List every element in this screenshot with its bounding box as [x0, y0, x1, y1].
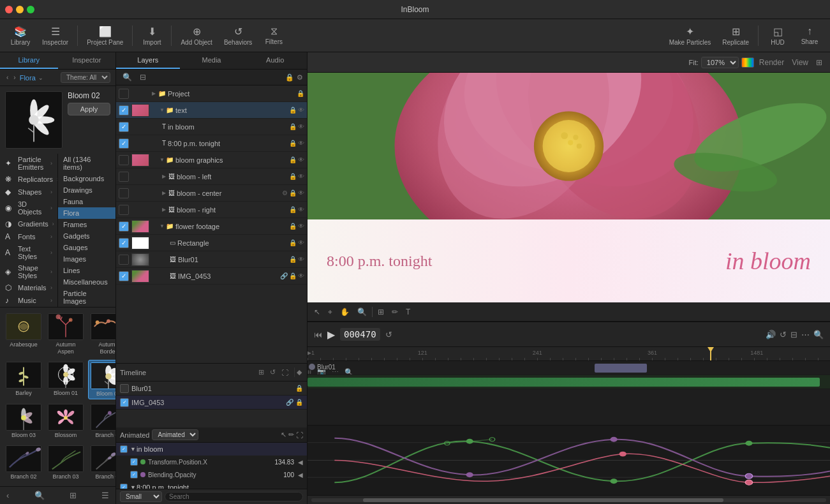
subcat-drawings[interactable]: Drawings: [58, 184, 115, 196]
layers-options-button[interactable]: ⚙: [297, 73, 303, 82]
zoom-tool[interactable]: 🔍: [355, 306, 369, 318]
grid-item-autumn-border[interactable]: Autumn Border: [88, 311, 115, 357]
grid-item-blossom[interactable]: Blossom: [46, 402, 85, 441]
subcat-backgrounds[interactable]: Backgrounds: [58, 173, 115, 184]
layer-bloom-center-expand[interactable]: ▶: [162, 190, 168, 196]
kf-opacity-check[interactable]: ✓: [130, 471, 138, 478]
grid-item-bloom03[interactable]: Bloom 03: [4, 402, 43, 441]
layer-in-bloom-check[interactable]: ✓: [119, 122, 129, 132]
pb-audio-button[interactable]: 🔊: [766, 330, 776, 339]
fit-select[interactable]: 107% 100% Fit: [701, 57, 739, 68]
library-button[interactable]: 📚 Library: [5, 23, 36, 48]
layer-rectangle[interactable]: ✓ ▭ Rectangle 🔒 👁: [116, 235, 307, 251]
grid-item-branch03[interactable]: Branch 03: [46, 443, 85, 482]
subcat-miscellaneous[interactable]: Miscellaneous: [58, 276, 115, 288]
pb-loop-button[interactable]: ↺: [780, 330, 787, 339]
color-swatch-button[interactable]: [741, 57, 754, 68]
layer-rectangle-check[interactable]: ✓: [119, 238, 129, 248]
nav-forward-button[interactable]: ›: [12, 73, 17, 82]
tab-layers[interactable]: Layers: [116, 52, 180, 69]
library-search-button[interactable]: 🔍: [33, 489, 46, 501]
layer-img0453[interactable]: ✓ 🖼 IMG_0453 🔗 🔒 👁: [116, 268, 307, 285]
grid-item-arabesque[interactable]: Arabesque: [4, 311, 43, 357]
subcat-particle-images[interactable]: Particle Images: [58, 288, 115, 307]
layer-text-expand[interactable]: ▼: [159, 107, 166, 113]
tab-audio[interactable]: Audio: [243, 52, 307, 69]
grid-item-branch04[interactable]: Branch 04: [88, 443, 115, 482]
grid-item-bloom01[interactable]: Bloom 01: [46, 360, 85, 400]
import-button[interactable]: ⬇ Import: [137, 23, 167, 48]
timeline-scrollbar[interactable]: [308, 495, 830, 504]
kf-opacity-arrow[interactable]: ◀: [298, 471, 303, 478]
library-back-button[interactable]: ‹: [5, 489, 10, 501]
timeline-scroll-thumb[interactable]: [363, 498, 723, 502]
grid-item-branch01[interactable]: Branch 01: [88, 402, 115, 441]
pb-zoom-button[interactable]: 🔍: [813, 330, 824, 339]
tl-row-img0453[interactable]: ✓ IMG_0453 🔗 🔒: [116, 396, 307, 410]
preview-options-button[interactable]: ⊞: [813, 57, 825, 68]
layer-bloom-left-expand[interactable]: ▶: [162, 174, 168, 179]
category-fonts[interactable]: A Fonts ›: [0, 230, 57, 243]
filters-button[interactable]: ⧖ Filters: [258, 23, 289, 48]
grid-item-bloom02[interactable]: Bloom 02: [88, 360, 115, 400]
inspector-button[interactable]: ☰ Inspector: [37, 23, 73, 48]
tl-keyframe-button[interactable]: ◆: [295, 367, 304, 377]
project-pane-button[interactable]: ⬜ Project Pane: [82, 23, 128, 48]
layer-in-bloom[interactable]: ✓ T in bloom 🔒 👁: [116, 119, 307, 135]
layers-lock-button[interactable]: 🔒: [285, 73, 294, 82]
layer-bloom-left-check[interactable]: [119, 172, 129, 182]
pan-tool[interactable]: ✋: [337, 306, 352, 318]
layer-bloom-left[interactable]: ▶ 🖼 bloom - left 🔒 👁: [116, 168, 307, 185]
tl-img0453-check[interactable]: ✓: [120, 398, 129, 407]
view-button[interactable]: View: [789, 57, 811, 68]
animated-select[interactable]: Animated: [152, 429, 198, 440]
hud-button[interactable]: ◱ HUD: [762, 23, 793, 48]
minimize-button[interactable]: [16, 6, 24, 13]
category-particle-emitters[interactable]: ✦ Particle Emitters ›: [0, 154, 57, 173]
subcat-fauna[interactable]: Fauna: [58, 196, 115, 207]
grid-tool[interactable]: ⊞: [375, 306, 387, 318]
share-button[interactable]: ↑ Share: [794, 23, 825, 48]
layer-blur01-check[interactable]: [119, 255, 129, 265]
render-button[interactable]: Render: [757, 57, 787, 68]
replicate-button[interactable]: ⊞ Replicate: [717, 23, 754, 48]
subcat-all[interactable]: All (1346 items): [58, 154, 115, 173]
category-replicators[interactable]: ❋ Replicators ›: [0, 173, 57, 186]
text-tool[interactable]: T: [403, 306, 413, 318]
subcat-gadgets[interactable]: Gadgets: [58, 230, 115, 242]
add-object-button[interactable]: ⊕ Add Object: [175, 23, 217, 48]
grid-item-barley[interactable]: Barley: [4, 360, 43, 400]
tl-refresh-button[interactable]: ↺: [268, 367, 278, 377]
timeline-search-input[interactable]: [165, 492, 303, 501]
anim-cursor-button[interactable]: ↖: [281, 431, 286, 439]
tab-media[interactable]: Media: [180, 52, 244, 69]
timeline-scroll-track[interactable]: [311, 498, 826, 502]
paint-tool[interactable]: ✏: [389, 306, 401, 318]
kf-tx-arrow[interactable]: ◀: [298, 459, 303, 466]
layer-flower-footage-check[interactable]: ✓: [119, 221, 129, 232]
layer-8pm-check[interactable]: ✓: [119, 138, 129, 149]
tl-row-blur01[interactable]: Blur01 🔒: [116, 382, 307, 396]
make-particles-button[interactable]: ✦ Make Particles: [664, 23, 716, 48]
pb-range-button[interactable]: ⊟: [790, 330, 797, 339]
close-button[interactable]: [5, 6, 13, 13]
kf-group-in-bloom[interactable]: ✓ ▼ in bloom: [116, 443, 307, 456]
grid-item-autumn-aspen[interactable]: Autumn Aspen: [46, 311, 85, 357]
category-gradients[interactable]: ◑ Gradients ›: [0, 218, 57, 230]
layer-project[interactable]: ▶ 📁 Project 🔒: [116, 85, 307, 102]
library-list-button[interactable]: ☰: [100, 489, 110, 501]
layer-bloom-center[interactable]: ▶ 🖼 bloom - center ⚙ 🔒 👁: [116, 185, 307, 202]
category-text-styles[interactable]: A Text Styles ›: [0, 243, 57, 262]
library-grid-button[interactable]: ⊞: [68, 489, 78, 501]
layer-text-group[interactable]: ✓ ▼ 📁 text 🔒 👁: [116, 102, 307, 119]
select-bezier-tool[interactable]: ⌖: [325, 306, 335, 318]
subcat-flora[interactable]: Flora: [58, 207, 115, 219]
tab-inspector[interactable]: Inspector: [58, 52, 116, 69]
track-img0453-bar[interactable]: [308, 378, 820, 387]
category-shapes[interactable]: ◆ Shapes ›: [0, 186, 57, 198]
go-end-button[interactable]: ↺: [385, 330, 392, 339]
layers-search-button[interactable]: 🔍: [120, 71, 135, 83]
tl-grid-button[interactable]: ⊞: [256, 367, 266, 377]
category-music[interactable]: ♪ Music ›: [0, 294, 57, 307]
layer-bloom-right-check[interactable]: [119, 205, 129, 215]
